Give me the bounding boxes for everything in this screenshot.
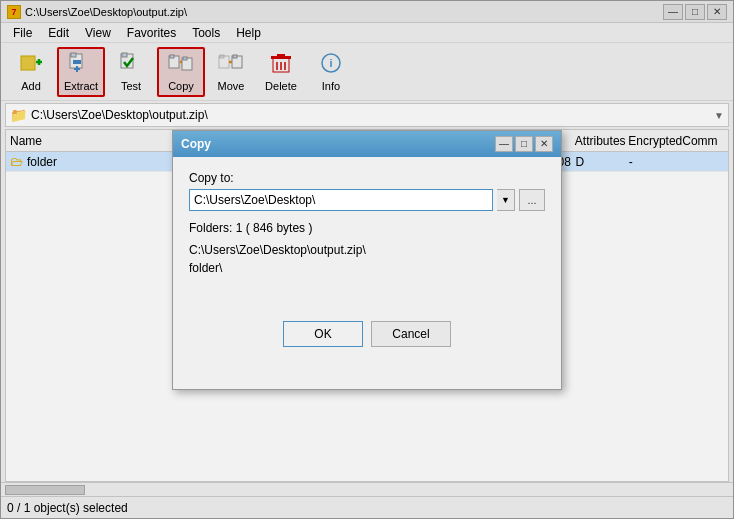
path-line1: C:\Users\Zoe\Desktop\output.zip\ bbox=[189, 241, 545, 259]
dialog-content: Copy to: ▼ ... Folders: 1 ( 846 bytes ) … bbox=[173, 157, 561, 313]
dialog-overlay: Copy — □ ✕ Copy to: ▼ ... Folders: 1 ( 8… bbox=[0, 0, 734, 519]
info-text: Folders: 1 ( 846 bytes ) bbox=[189, 221, 545, 235]
ok-button[interactable]: OK bbox=[283, 321, 363, 347]
browse-button[interactable]: ... bbox=[519, 189, 545, 211]
dialog-title: Copy bbox=[181, 137, 211, 151]
copy-to-label: Copy to: bbox=[189, 171, 545, 185]
dialog-close-button[interactable]: ✕ bbox=[535, 136, 553, 152]
cancel-button[interactable]: Cancel bbox=[371, 321, 451, 347]
copy-to-row: ▼ ... bbox=[189, 189, 545, 211]
path-info: C:\Users\Zoe\Desktop\output.zip\ folder\ bbox=[189, 241, 545, 277]
dialog-maximize-button[interactable]: □ bbox=[515, 136, 533, 152]
dialog-controls: — □ ✕ bbox=[495, 136, 553, 152]
copy-to-input[interactable] bbox=[189, 189, 493, 211]
dialog-titlebar: Copy — □ ✕ bbox=[173, 131, 561, 157]
copy-dialog: Copy — □ ✕ Copy to: ▼ ... Folders: 1 ( 8… bbox=[172, 130, 562, 390]
dropdown-arrow-button[interactable]: ▼ bbox=[497, 189, 515, 211]
dialog-footer: OK Cancel bbox=[173, 313, 561, 361]
path-line2: folder\ bbox=[189, 259, 545, 277]
dialog-minimize-button[interactable]: — bbox=[495, 136, 513, 152]
